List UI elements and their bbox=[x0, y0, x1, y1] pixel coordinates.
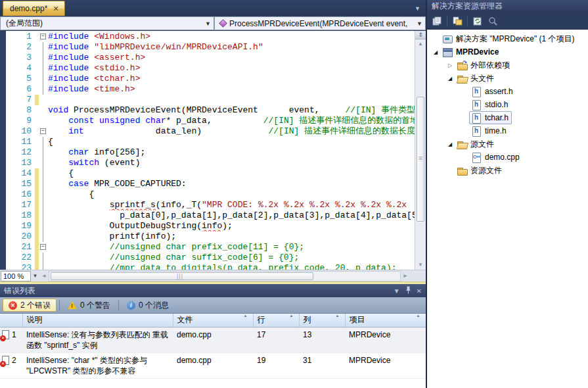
fold-margin[interactable]: − bbox=[39, 242, 48, 253]
tree-item-assert.h[interactable]: assert.h bbox=[427, 85, 588, 98]
document-list-dropdown-icon[interactable]: ▼ bbox=[415, 5, 420, 12]
code-line[interactable]: 4#include <stdio.h> bbox=[6, 63, 415, 74]
scroll-left-icon[interactable]: ◄ bbox=[39, 271, 49, 281]
folder-open-icon bbox=[457, 73, 467, 84]
code-line[interactable]: 19 OutputDebugString(info); bbox=[6, 221, 415, 231]
messages-count-label: 0 个消息 bbox=[139, 300, 169, 311]
chevron-down-icon[interactable]: ▼ bbox=[415, 19, 424, 28]
tree-item-demo.cpp[interactable]: demo.cpp bbox=[427, 151, 588, 164]
sort-caret-icon: ▲ bbox=[336, 314, 340, 318]
error-table-row[interactable]: 2IntelliSense: "char *" 类型的实参与 "LPCWSTR"… bbox=[0, 352, 426, 378]
zoom-level-dropdown[interactable]: 100 % bbox=[1, 271, 31, 281]
error-project: MPRDevice bbox=[345, 327, 426, 352]
scope-dropdown[interactable]: (全局范围) ▼ bbox=[0, 16, 214, 30]
collapse-arrow-icon[interactable]: ◢ bbox=[445, 141, 455, 147]
code-line[interactable]: 8void ProcessMPRDeviceEvent(MPRDeviceEve… bbox=[6, 105, 415, 116]
error-table-header-cell[interactable]: 项目▲ bbox=[345, 314, 426, 327]
tab-demo-cpp[interactable]: demo.cpp* ✕ bbox=[3, 1, 65, 16]
code-line[interactable]: 15 case MPR_CODE_CAPTURED: bbox=[6, 179, 415, 189]
error-table-header-cell[interactable]: 列▲ bbox=[299, 314, 345, 327]
refresh-icon[interactable] bbox=[471, 14, 484, 28]
code-line[interactable]: 10− int data_len) //[IN] 描述事件详细信息的数据长度 bbox=[6, 126, 415, 137]
tree-item--[interactable]: 资源文件 bbox=[427, 164, 588, 177]
code-line[interactable]: 16 { bbox=[6, 189, 415, 200]
warnings-filter-button[interactable]: 0 个警告 bbox=[62, 299, 116, 312]
tree-item--[interactable]: ◢源文件 bbox=[427, 137, 588, 151]
tree-item-time.h[interactable]: time.h bbox=[427, 124, 588, 137]
fold-margin bbox=[39, 179, 48, 189]
tree-item--[interactable]: ◢头文件 bbox=[427, 72, 588, 85]
code-line[interactable]: 17 sprintf_s(info,_T("MPR CODE: %.2x %.2… bbox=[6, 200, 415, 210]
code-text: p_data[0],p_data[1],p_data[2],p_data[3],… bbox=[48, 210, 415, 221]
horizontal-scrollbar-thumb[interactable] bbox=[51, 272, 313, 280]
error-table-header-cell[interactable]: 行▲ bbox=[253, 314, 299, 327]
solution-explorer-toolbar bbox=[427, 12, 588, 30]
code-line[interactable]: 12 char info[256]; bbox=[6, 147, 415, 158]
properties-icon[interactable] bbox=[430, 14, 443, 28]
scroll-up-icon[interactable]: ▲ bbox=[415, 39, 426, 49]
show-all-files-icon[interactable] bbox=[451, 14, 464, 28]
error-table-header-cell[interactable]: 说明 bbox=[22, 314, 173, 327]
fold-margin[interactable]: − bbox=[39, 32, 48, 42]
tree-item--[interactable]: ▷↷外部依赖项 bbox=[427, 59, 588, 72]
code-line[interactable]: 18 p_data[0],p_data[1],p_data[2],p_data[… bbox=[6, 210, 415, 221]
tab-close-icon[interactable]: ✕ bbox=[53, 5, 58, 12]
code-line[interactable]: 13 switch (event) bbox=[6, 158, 415, 168]
collapse-box-icon[interactable]: − bbox=[40, 128, 46, 134]
code-line[interactable]: 5#include <tchar.h> bbox=[6, 74, 415, 84]
code-line[interactable]: 7 bbox=[6, 95, 415, 105]
line-number: 14 bbox=[6, 168, 35, 179]
code-line[interactable]: 6#include <time.h> bbox=[6, 84, 415, 95]
vertical-scrollbar[interactable]: ⇕ ▲ ▼ bbox=[415, 31, 426, 270]
tree-item--mprdevice-1-[interactable]: 解决方案 "MPRDevice" (1 个项目) bbox=[427, 32, 588, 45]
fold-margin bbox=[39, 74, 48, 84]
window-menu-icon[interactable]: ▼ bbox=[394, 287, 400, 295]
code-line[interactable]: 1−#include <Windows.h> bbox=[6, 32, 415, 42]
error-table-header-cell[interactable]: 文件▲ bbox=[173, 314, 253, 327]
collapse-box-icon[interactable]: − bbox=[40, 34, 46, 39]
collapse-arrow-icon[interactable]: ◢ bbox=[445, 76, 455, 82]
horizontal-scrollbar[interactable] bbox=[49, 271, 401, 281]
expand-arrow-icon[interactable]: ▷ bbox=[445, 62, 455, 68]
code-lines[interactable]: 1−#include <Windows.h>2#include "libMPRD… bbox=[6, 32, 415, 270]
vertical-scrollbar-thumb[interactable] bbox=[417, 97, 424, 222]
tree-item-label: 解决方案 "MPRDevice" (1 个项目) bbox=[456, 34, 575, 45]
code-line[interactable]: 3#include <assert.h> bbox=[6, 53, 415, 63]
code-line[interactable]: 23 //mpr_data_to_digitals(p_data, prefix… bbox=[6, 263, 415, 270]
pin-icon[interactable] bbox=[405, 286, 411, 295]
error-line: 19 bbox=[253, 352, 299, 378]
errors-filter-button[interactable]: ✕ 2 个错误 bbox=[3, 299, 57, 312]
code-text: { bbox=[48, 189, 415, 200]
messages-filter-button[interactable]: i 0 个消息 bbox=[122, 299, 174, 312]
fold-margin[interactable]: − bbox=[39, 126, 48, 137]
tree-item-mprdevice[interactable]: ◢MPRDevice bbox=[427, 45, 588, 59]
code-editor[interactable]: 1−#include <Windows.h>2#include "libMPRD… bbox=[0, 31, 426, 270]
fold-margin bbox=[39, 221, 48, 231]
tree-item-tchar.h[interactable]: tchar.h bbox=[427, 111, 588, 124]
collapse-box-icon[interactable]: − bbox=[40, 244, 46, 250]
code-line[interactable]: 22 //unsigned char suffix_code[6] = {0}; bbox=[6, 253, 415, 263]
error-table-header-cell[interactable] bbox=[0, 314, 22, 327]
code-line[interactable]: 14 { bbox=[6, 168, 415, 179]
code-line[interactable]: 9 const unsigned char* p_data, //[IN] 描述… bbox=[6, 116, 415, 126]
splitter-handle[interactable]: ⇕ bbox=[415, 31, 426, 39]
scroll-down-icon[interactable]: ▼ bbox=[415, 260, 426, 270]
solution-icon bbox=[442, 34, 453, 44]
chevron-down-icon[interactable]: ▼ bbox=[204, 19, 212, 28]
tree-item-stdio.h[interactable]: stdio.h bbox=[427, 98, 588, 111]
fold-line bbox=[43, 147, 43, 158]
line-number: 12 bbox=[6, 147, 35, 158]
code-line[interactable]: 20 printf(info); bbox=[6, 231, 415, 242]
code-line[interactable]: 11{ bbox=[6, 137, 415, 147]
error-table-row[interactable]: 1IntelliSense: 没有与参数列表匹配的 重载函数 "sprintf_… bbox=[0, 327, 426, 352]
chevron-down-icon[interactable]: ▼ bbox=[31, 271, 39, 281]
close-icon[interactable]: ✕ bbox=[417, 287, 422, 295]
scroll-right-icon[interactable]: ► bbox=[401, 271, 410, 281]
fold-line bbox=[43, 53, 43, 63]
code-line[interactable]: 2#include "libMPRDevice/win/MPRDeviceAPI… bbox=[6, 42, 415, 53]
view-class-diagram-icon[interactable] bbox=[486, 14, 499, 28]
code-line[interactable]: 21− //unsigned char prefix_code[11] = {0… bbox=[6, 242, 415, 253]
collapse-arrow-icon[interactable]: ◢ bbox=[431, 49, 440, 55]
method-dropdown[interactable]: ProcessMPRDeviceEvent(MPRDeviceEvent eve… bbox=[214, 16, 426, 30]
vs-ide-window: demo.cpp* ✕ ▼ (全局范围) ▼ ProcessMPRDeviceE… bbox=[0, 0, 588, 388]
